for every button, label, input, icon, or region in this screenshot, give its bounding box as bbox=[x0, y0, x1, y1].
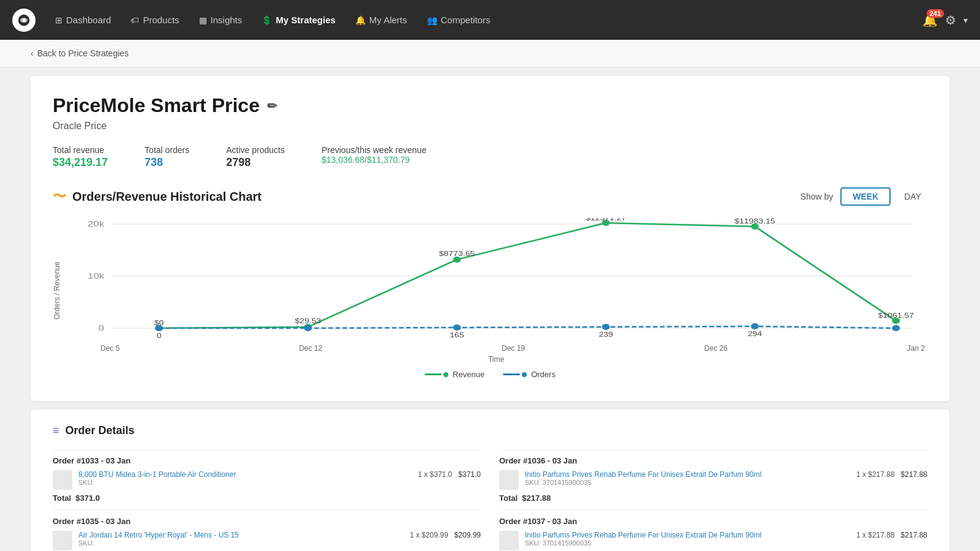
svg-point-24 bbox=[602, 324, 610, 330]
order-1035-qty: 1 x $209.99 bbox=[410, 531, 448, 539]
nav-competitors[interactable]: 👥 Competitors bbox=[418, 10, 499, 30]
orders-line-icon bbox=[503, 373, 520, 375]
order-group-1033: Order #1033 - 03 Jan 8,000 BTU Midea 3-i… bbox=[53, 449, 481, 503]
day-button[interactable]: DAY bbox=[898, 189, 927, 204]
order-1033-sku: SKU: bbox=[78, 479, 412, 486]
bell-button[interactable]: 🔔 241 bbox=[922, 13, 938, 28]
prev-week-values: $13,036.68/$11,370.79 bbox=[322, 155, 426, 165]
svg-text:0: 0 bbox=[157, 332, 162, 339]
order-1035-product-name[interactable]: Air Jordan 14 Retro 'Hyper Royal' - Mens… bbox=[78, 531, 404, 539]
nav-links: ⊞ Dashboard 🏷 Products ▦ Insights 💲 My S… bbox=[47, 10, 922, 30]
stat-active-products: Active products 2798 bbox=[226, 145, 285, 169]
logo bbox=[12, 9, 36, 32]
stat-total-revenue: Total revenue $34,219.17 bbox=[53, 145, 108, 169]
svg-text:0: 0 bbox=[99, 323, 104, 332]
competitors-icon: 👥 bbox=[427, 15, 437, 25]
order-1037-product-name[interactable]: Initio Parfums Prives Rehab Perfume For … bbox=[525, 531, 850, 539]
products-icon: 🏷 bbox=[130, 15, 139, 25]
navbar: ⊞ Dashboard 🏷 Products ▦ Insights 💲 My S… bbox=[0, 0, 980, 40]
x-label-dec19: Dec 19 bbox=[502, 344, 525, 353]
user-menu-caret[interactable]: ▾ bbox=[963, 15, 968, 25]
order-section-icon: ≡ bbox=[53, 424, 59, 437]
dashboard-icon: ⊞ bbox=[55, 15, 62, 25]
order-1035-item-row: Air Jordan 14 Retro 'Hyper Royal' - Mens… bbox=[53, 531, 481, 550]
order-1036-title: Order #1036 - 03 Jan bbox=[499, 456, 927, 465]
order-1033-price: $371.0 bbox=[458, 470, 481, 479]
svg-point-2 bbox=[23, 18, 26, 21]
show-by-controls: Show by WEEK DAY bbox=[801, 187, 927, 206]
order-1035-thumb bbox=[53, 531, 72, 550]
order-1033-title: Order #1033 - 03 Jan bbox=[53, 456, 481, 465]
order-1036-total: Total $217.88 bbox=[499, 493, 927, 503]
back-to-strategies-link[interactable]: ‹ Back to Price Strategies bbox=[31, 48, 129, 58]
back-bar: ‹ Back to Price Strategies bbox=[0, 40, 980, 67]
svg-point-26 bbox=[892, 325, 900, 331]
x-axis-label: Time bbox=[65, 355, 927, 364]
svg-text:$12371.27: $12371.27 bbox=[586, 218, 627, 222]
order-1036-product-name[interactable]: Initio Parfums Prives Rehab Perfume For … bbox=[525, 470, 850, 479]
alerts-icon: 🔔 bbox=[355, 15, 366, 25]
y-axis-label: Orders / Revenue bbox=[53, 218, 61, 364]
chart-header: 〜 Orders/Revenue Historical Chart Show b… bbox=[53, 187, 927, 206]
order-1033-info: 8,000 BTU Midea 3-in-1 Portable Air Cond… bbox=[78, 470, 412, 486]
orders-right-column: Order #1036 - 03 Jan Initio Parfums Priv… bbox=[499, 449, 927, 551]
svg-text:294: 294 bbox=[748, 330, 762, 337]
orders-dot-icon bbox=[522, 372, 527, 377]
svg-text:20k: 20k bbox=[88, 219, 104, 228]
order-group-1037: Order #1037 - 03 Jan Initio Parfums Priv… bbox=[499, 510, 927, 551]
legend-revenue: Revenue bbox=[424, 370, 484, 379]
svg-text:$1061.57: $1061.57 bbox=[878, 312, 914, 319]
orders-left-column: Order #1033 - 03 Jan 8,000 BTU Midea 3-i… bbox=[53, 449, 481, 551]
chart-area: Orders / Revenue 20k 10k 0 bbox=[53, 218, 927, 379]
order-1037-sku: SKU: 3701415900035 bbox=[525, 539, 850, 547]
edit-title-icon[interactable]: ✏ bbox=[267, 99, 277, 113]
order-section-title: ≡ Order Details bbox=[53, 424, 927, 437]
strategies-icon: 💲 bbox=[262, 15, 272, 25]
settings-button[interactable]: ⚙ bbox=[945, 13, 956, 28]
order-1037-info: Initio Parfums Prives Rehab Perfume For … bbox=[525, 531, 850, 547]
chart-svg: 20k 10k 0 $0 $29.53 bbox=[65, 218, 927, 340]
order-1033-item-row: 8,000 BTU Midea 3-in-1 Portable Air Cond… bbox=[53, 470, 481, 490]
legend-orders: Orders bbox=[503, 370, 556, 379]
svg-text:165: 165 bbox=[450, 331, 464, 339]
nav-products[interactable]: 🏷 Products bbox=[122, 10, 187, 30]
order-1036-info: Initio Parfums Prives Rehab Perfume For … bbox=[525, 470, 850, 486]
svg-point-23 bbox=[453, 324, 461, 331]
svg-text:10k: 10k bbox=[88, 271, 104, 280]
order-1036-qty: 1 x $217.88 bbox=[856, 470, 895, 479]
notification-badge: 241 bbox=[927, 9, 944, 18]
order-1037-item-row: Initio Parfums Prives Rehab Perfume For … bbox=[499, 531, 927, 550]
order-1033-qty: 1 x $371.0 bbox=[418, 470, 452, 479]
insights-icon: ▦ bbox=[199, 15, 207, 25]
order-1035-price: $209.99 bbox=[454, 531, 481, 539]
nav-dashboard[interactable]: ⊞ Dashboard bbox=[47, 10, 119, 30]
nav-insights[interactable]: ▦ Insights bbox=[190, 10, 251, 30]
revenue-line-icon bbox=[424, 373, 442, 375]
order-1036-sku: SKU: 3701415900035 bbox=[525, 479, 850, 486]
week-button[interactable]: WEEK bbox=[840, 187, 891, 206]
back-chevron-icon: ‹ bbox=[31, 48, 34, 58]
svg-point-21 bbox=[155, 325, 163, 331]
order-1036-thumb bbox=[499, 470, 519, 490]
chart-legend: Revenue Orders bbox=[53, 370, 927, 379]
x-label-jan2: Jan 2 bbox=[907, 344, 925, 353]
order-1037-thumb bbox=[499, 531, 519, 550]
main-content-card: PriceMole Smart Price ✏ Oracle Price Tot… bbox=[31, 76, 949, 401]
order-1033-total: Total $371.0 bbox=[53, 493, 481, 503]
order-1036-price: $217.88 bbox=[901, 470, 927, 479]
x-label-dec5: Dec 5 bbox=[100, 344, 119, 353]
nav-my-strategies[interactable]: 💲 My Strategies bbox=[253, 10, 344, 30]
chart-icon: 〜 bbox=[53, 187, 66, 206]
svg-text:$11983.15: $11983.15 bbox=[734, 218, 775, 225]
order-1036-item-row: Initio Parfums Prives Rehab Perfume For … bbox=[499, 470, 927, 490]
order-1033-thumb bbox=[53, 470, 72, 490]
order-group-1036: Order #1036 - 03 Jan Initio Parfums Priv… bbox=[499, 449, 927, 503]
nav-right: 🔔 241 ⚙ ▾ bbox=[922, 13, 968, 28]
nav-my-alerts[interactable]: 🔔 My Alerts bbox=[347, 10, 416, 30]
stats-row: Total revenue $34,219.17 Total orders 73… bbox=[53, 145, 927, 169]
orders-grid: Order #1033 - 03 Jan 8,000 BTU Midea 3-i… bbox=[53, 449, 927, 551]
revenue-dot-icon bbox=[443, 372, 448, 377]
order-1033-product-name[interactable]: 8,000 BTU Midea 3-in-1 Portable Air Cond… bbox=[78, 470, 412, 479]
order-group-1035: Order #1035 - 03 Jan Air Jordan 14 Retro… bbox=[53, 510, 481, 551]
svg-text:$29.53: $29.53 bbox=[295, 317, 321, 324]
